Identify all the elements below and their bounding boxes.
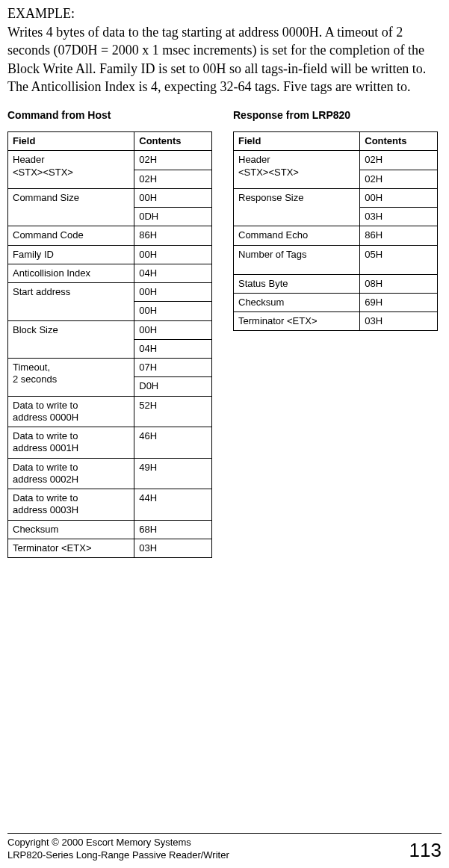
page: EXAMPLE: Writes 4 bytes of data to the t… (0, 0, 449, 868)
field-cell: Response Size (234, 188, 360, 226)
table-row: Header<STX><STX>02H (8, 151, 212, 170)
value-cell: 04H (134, 339, 212, 358)
value-cell: 02H (360, 170, 438, 188)
field-cell: Anticollision Index (8, 264, 134, 282)
table-row: Response Size00H (234, 188, 438, 207)
field-cell: Data to write toaddress 0000H (8, 396, 134, 427)
example-label: EXAMPLE: (7, 6, 442, 22)
value-cell: 08H (360, 274, 438, 293)
response-header-contents: Contents (360, 132, 438, 151)
field-cell: Command Size (8, 188, 134, 226)
table-row: Command Echo86H (234, 226, 438, 245)
field-cell: Start address (8, 283, 134, 321)
table-row: Family ID00H (8, 245, 212, 264)
table-row: Data to write toaddress 0000H52H (8, 396, 212, 427)
command-header-contents: Contents (134, 132, 212, 151)
table-row: Number of Tags05H (234, 245, 438, 274)
value-cell: 00H (134, 188, 212, 207)
value-cell: 00H (134, 302, 212, 320)
footer-line2: LRP820-Series Long-Range Passive Reader/… (7, 849, 229, 861)
page-number: 113 (409, 839, 442, 862)
table-row: Data to write toaddress 0002H49H (8, 458, 212, 489)
table-row: Checksum68H (8, 520, 212, 539)
value-cell: 04H (134, 264, 212, 282)
footer: Copyright © 2000 Escort Memory Systems L… (7, 833, 442, 862)
footer-line1: Copyright © 2000 Escort Memory Systems (7, 837, 191, 848)
value-cell: 00H (134, 320, 212, 339)
value-cell: 07H (134, 359, 212, 377)
field-cell: Number of Tags (234, 245, 360, 274)
value-cell: 46H (134, 427, 212, 459)
table-row: Start address00H (8, 283, 212, 302)
table-row: Terminator <ETX>03H (234, 312, 438, 331)
field-cell: Data to write toaddress 0002H (8, 458, 134, 489)
table-row: Command Code86H (8, 226, 212, 245)
value-cell: 68H (134, 520, 212, 539)
table-header-row: Field Contents (234, 132, 438, 151)
value-cell: 52H (134, 396, 212, 427)
value-cell: 00H (360, 188, 438, 207)
field-cell: Header<STX><STX> (8, 151, 134, 189)
intro-paragraph: Writes 4 bytes of data to the tag starti… (7, 23, 442, 96)
field-cell: Timeout,2 seconds (8, 359, 134, 397)
value-cell: 86H (360, 226, 438, 245)
value-cell: 03H (360, 208, 438, 226)
response-table: Field Contents Header<STX><STX>02H02HRes… (233, 131, 438, 331)
value-cell: 00H (134, 245, 212, 264)
field-cell: Command Echo (234, 226, 360, 245)
table-row: Data to write toaddress 0001H46H (8, 427, 212, 459)
value-cell: 02H (360, 151, 438, 170)
value-cell: 02H (134, 151, 212, 170)
field-cell: Family ID (8, 245, 134, 264)
response-header-field: Field (234, 132, 360, 151)
table-row: Data to write toaddress 0003H44H (8, 489, 212, 521)
table-row: Status Byte08H (234, 274, 438, 293)
table-row: Header<STX><STX>02H (234, 151, 438, 170)
field-cell: Checksum (234, 293, 360, 311)
field-cell: Header<STX><STX> (234, 151, 360, 189)
field-cell: Checksum (8, 520, 134, 539)
value-cell: 0DH (134, 208, 212, 226)
table-row: Command Size00H (8, 188, 212, 207)
command-table: Field Contents Header<STX><STX>02H02HCom… (7, 131, 212, 558)
columns: Command from Host Field Contents Header<… (7, 105, 442, 558)
table-row: Checksum69H (234, 293, 438, 311)
value-cell: 03H (134, 539, 212, 557)
command-title: Command from Host (7, 109, 212, 121)
field-cell: Block Size (8, 320, 134, 359)
value-cell: D0H (134, 377, 212, 396)
field-cell: Status Byte (234, 274, 360, 293)
table-header-row: Field Contents (8, 132, 212, 151)
value-cell: 86H (134, 226, 212, 245)
value-cell: 05H (360, 245, 438, 274)
value-cell: 00H (134, 283, 212, 302)
table-row: Timeout,2 seconds07H (8, 359, 212, 377)
table-row: Block Size00H (8, 320, 212, 339)
field-cell: Data to write toaddress 0001H (8, 427, 134, 459)
table-row: Terminator <ETX>03H (8, 539, 212, 557)
table-row: Anticollision Index04H (8, 264, 212, 282)
value-cell: 03H (360, 312, 438, 331)
field-cell: Terminator <ETX> (234, 312, 360, 331)
field-cell: Command Code (8, 226, 134, 245)
value-cell: 69H (360, 293, 438, 311)
value-cell: 44H (134, 489, 212, 521)
field-cell: Terminator <ETX> (8, 539, 134, 557)
value-cell: 02H (134, 170, 212, 188)
command-column: Command from Host Field Contents Header<… (7, 105, 212, 558)
command-header-field: Field (8, 132, 134, 151)
footer-text: Copyright © 2000 Escort Memory Systems L… (7, 837, 229, 862)
response-title: Response from LRP820 (233, 109, 438, 121)
field-cell: Data to write toaddress 0003H (8, 489, 134, 521)
response-column: Response from LRP820 Field Contents Head… (233, 105, 438, 331)
value-cell: 49H (134, 458, 212, 489)
